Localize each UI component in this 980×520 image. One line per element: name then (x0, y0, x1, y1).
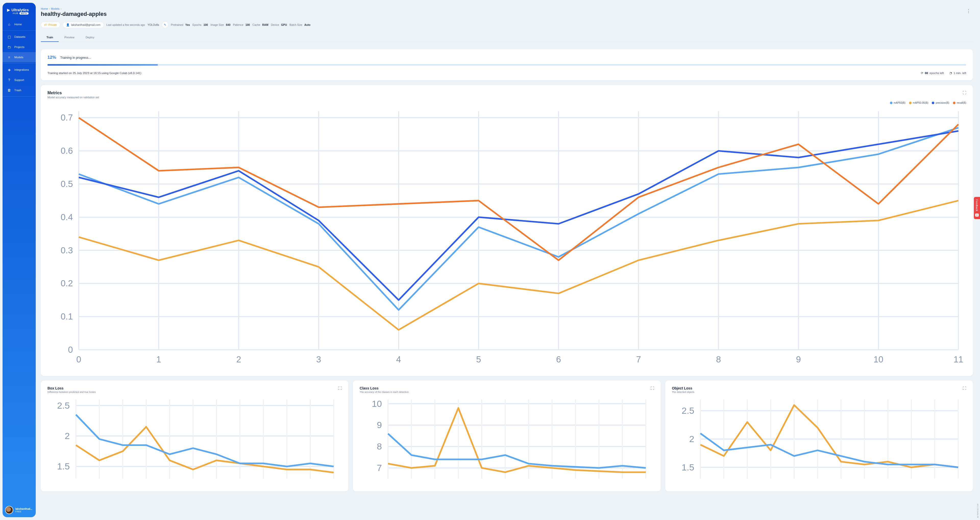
feedback-tab[interactable]: Feedback ✉ (974, 197, 980, 219)
training-percent: 12% (48, 55, 56, 60)
class-loss-chart: 78910 (360, 393, 654, 485)
legend-recall(B)[interactable]: recall(B) (953, 101, 966, 104)
legend-mAP50(B)[interactable]: mAP50(B) (890, 101, 905, 104)
graph-icon: ⌗ (7, 55, 11, 59)
object-loss-chart: 1.522.5 (672, 393, 966, 485)
svg-text:9: 9 (377, 420, 382, 430)
metrics-title: Metrics (48, 91, 99, 95)
feedback-icon: ✉ (975, 213, 979, 216)
svg-text:7: 7 (377, 463, 382, 473)
pencil-icon: ✎ (164, 23, 166, 26)
nav-label: Integrations (14, 68, 29, 71)
svg-text:0.4: 0.4 (61, 212, 73, 222)
svg-text:8: 8 (377, 441, 382, 451)
expand-metrics-button[interactable]: ⛶ (963, 91, 966, 95)
param-image-size: Image Size640 (210, 23, 231, 26)
page-title: healthy-damaged-apples (41, 11, 107, 18)
layers-icon: ◈ (7, 68, 11, 72)
param-batch-size: Batch SizeAuto (290, 23, 310, 26)
param-epochs: Epochs100 (192, 23, 208, 26)
breadcrumb-home[interactable]: Home (41, 7, 48, 10)
svg-text:6: 6 (556, 354, 561, 364)
nav-label: Projects (14, 45, 24, 48)
svg-text:1.5: 1.5 (57, 461, 70, 472)
arch-label: YOLOv8s (148, 23, 159, 26)
trash-icon: 🗑 (7, 88, 11, 92)
model-meta-row: 🏷Private 👤lakshanthad@gmail.com Last upd… (41, 21, 973, 28)
brand-sub: HUB (13, 12, 18, 14)
time-left: ◔ 1 min. left (950, 71, 966, 75)
section-tabs: Train Preview Deploy (41, 33, 973, 42)
nav-label: Home (14, 23, 22, 26)
param-pretrained: PretrainedYes (171, 23, 190, 26)
metrics-legend: mAP50(B)mAP50-95(B)precision(B)recall(B) (48, 101, 966, 104)
nav-support[interactable]: ?Support (3, 75, 36, 85)
tab-preview[interactable]: Preview (59, 33, 80, 42)
user-icon: 👤 (66, 23, 70, 27)
more-menu-button[interactable]: ⋮ (964, 7, 973, 15)
avatar (5, 506, 13, 514)
nav-datasets[interactable]: ▢Datasets (3, 32, 36, 42)
folder-icon: 🗀 (7, 45, 11, 49)
last-updated: Last updated a few seconds ago (107, 23, 145, 26)
box-loss-chart: 1.522.5 (48, 393, 342, 485)
expand-class-loss-button[interactable]: ⛶ (651, 386, 654, 393)
nav-models[interactable]: ⌗Models (3, 52, 36, 62)
clock-icon: ◔ (950, 71, 952, 75)
param-device: DeviceGPU (271, 23, 287, 26)
edit-arch-button[interactable]: ✎ (162, 21, 169, 28)
svg-text:2.5: 2.5 (57, 400, 70, 411)
tab-deploy[interactable]: Deploy (80, 33, 100, 42)
nav-home[interactable]: ⌂Home (3, 19, 36, 29)
training-status-card: 12% Training in progress... Training sta… (41, 49, 973, 80)
metrics-card: Metrics Model accuracy measured on valid… (41, 85, 973, 376)
owner-pill[interactable]: 👤lakshanthad@gmail.com (63, 22, 104, 28)
help-icon: ? (7, 78, 11, 82)
svg-text:10: 10 (873, 354, 883, 364)
expand-object-loss-button[interactable]: ⛶ (963, 386, 966, 393)
svg-text:1.5: 1.5 (681, 462, 694, 472)
home-icon: ⌂ (7, 22, 11, 26)
object-loss-title: Object Loss (672, 386, 694, 390)
svg-text:3: 3 (316, 354, 321, 364)
nav-projects[interactable]: 🗀Projects (3, 42, 36, 52)
nav-integrations[interactable]: ◈Integrations (3, 65, 36, 75)
svg-text:10: 10 (372, 399, 382, 409)
svg-text:2: 2 (236, 354, 241, 364)
expand-box-loss-button[interactable]: ⛶ (338, 386, 342, 393)
logo[interactable]: ▶Ultralytics HUBBETA (3, 3, 36, 17)
legend-precision(B)[interactable]: precision(B) (932, 101, 949, 104)
refresh-icon: ⟳ (921, 71, 923, 75)
main-content: Home › Models › healthy-damaged-apples ⋮… (41, 0, 973, 520)
nav-label: Support (14, 78, 24, 81)
user-plan: FREE (15, 510, 32, 513)
svg-text:0: 0 (68, 345, 73, 354)
epochs-left: ⟳ 88 epochs left (921, 71, 944, 75)
param-patience: Patience100 (233, 23, 250, 26)
feedback-label: Feedback (975, 199, 978, 211)
nav-label: Datasets (14, 35, 25, 38)
nav-trash[interactable]: 🗑Trash (3, 85, 36, 95)
tab-train[interactable]: Train (41, 33, 59, 42)
training-status: Training in progress... (60, 56, 91, 59)
svg-text:0.7: 0.7 (61, 113, 73, 122)
svg-text:9: 9 (796, 354, 801, 364)
svg-text:7: 7 (636, 354, 641, 364)
box-loss-card: Box LossDifference between predicted and… (41, 381, 348, 491)
private-badge: 🏷Private (41, 22, 60, 28)
svg-text:2.5: 2.5 (681, 405, 694, 416)
object-loss-subtitle: The detected objects (672, 391, 694, 393)
class-loss-subtitle: The accuracy of the classes in each dete… (360, 391, 409, 393)
svg-text:0.3: 0.3 (61, 246, 73, 255)
svg-text:1: 1 (156, 354, 161, 364)
logo-mark-icon: ▶ (7, 8, 10, 12)
svg-text:0.6: 0.6 (61, 146, 73, 156)
legend-mAP50-95(B)[interactable]: mAP50-95(B) (909, 101, 928, 104)
progress-bar (48, 64, 966, 65)
svg-text:0.2: 0.2 (61, 278, 73, 288)
svg-text:5: 5 (476, 354, 481, 364)
user-card[interactable]: lakshanthad... FREE (5, 506, 33, 514)
breadcrumb-models[interactable]: Models (51, 7, 60, 10)
metrics-chart: 00.10.20.30.40.50.60.701234567891011 (48, 105, 966, 369)
class-loss-title: Class Loss (360, 386, 409, 390)
